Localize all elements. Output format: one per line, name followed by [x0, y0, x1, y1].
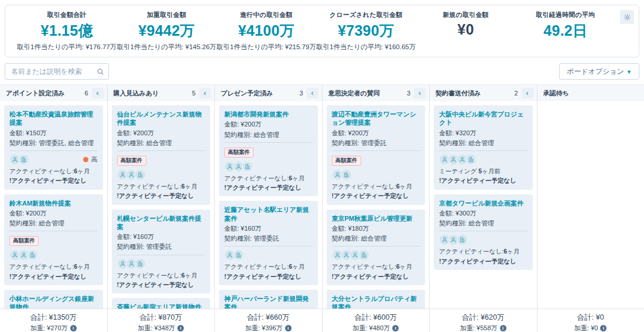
column-body: 仙台ビルメンテナンス新規物件提案 金額: ¥200万 契約種別: 総合管理 高額…	[108, 101, 215, 309]
deal-card[interactable]: 近藤アセット名駅エリア新規案件 金額: ¥160万 契約種別: 管理委託 アクテ…	[219, 201, 318, 285]
info-icon[interactable]: i	[600, 325, 607, 331]
deal-card[interactable]: 渡辺不動産豊洲タワーマンション管理提案 金額: ¥200万 契約種別: 管理委託…	[327, 105, 426, 205]
column-footer: 合計: ¥0 加重: ¥0 i	[537, 309, 644, 332]
metric-label: 取引経過時間の平均	[516, 11, 615, 19]
deal-card[interactable]: 新潟都市開発新規案件 金額: ¥200万 契約種別: 総合管理 高額案件 アクテ…	[219, 105, 318, 196]
deal-title-link[interactable]: 神戸ハーバーランド新規開発案件	[224, 295, 313, 309]
column-collapse-button[interactable]: ‹	[199, 88, 211, 98]
deal-contract-type: 契約種別: 総合管理	[439, 139, 527, 147]
deal-activity-warning: !アクティビティー予定なし	[117, 280, 205, 289]
deal-amount: 金額: ¥160万	[224, 224, 313, 232]
info-icon[interactable]: i	[285, 325, 292, 331]
company-icon[interactable]	[18, 154, 29, 165]
column-footer: 合計: ¥660万 加重: ¥396万 i	[215, 309, 322, 332]
card-divider	[332, 246, 420, 247]
metrics-settings-button[interactable]	[620, 10, 634, 24]
chevron-down-icon: ▼	[626, 69, 632, 75]
metric-value: ¥7390万	[316, 21, 416, 40]
associations-row	[332, 249, 420, 261]
deal-card[interactable]: 東京PM秋葉原ビル管理更新 金額: ¥180万 契約種別: 総合管理 アクティビ…	[327, 210, 426, 285]
deal-card[interactable]: 松本不動産投資温泉旅館管理提案 金額: ¥150万 契約種別: 管理委託, 総合…	[4, 105, 103, 190]
deal-card[interactable]: 斎藤ビル新宿エリア新規物件提案 金額: ¥150万 契約種別: 管理委託 アクテ…	[112, 298, 211, 309]
associations-row	[439, 154, 527, 165]
column-header: アポイント設定済み 6 ‹	[0, 85, 107, 101]
board-options-button[interactable]: ボードオプション▼	[559, 63, 639, 80]
company-icon[interactable]	[135, 258, 146, 269]
column-collapse-button[interactable]: ‹	[522, 88, 533, 98]
deal-card[interactable]: 神戸ハーバーランド新規開発案件 金額: ¥300万 契約種別: 総合管理 アクテ…	[219, 290, 318, 309]
deal-activity-warning: !アクティビティー予定なし	[117, 191, 205, 200]
metric-sub-label: 取引1件当たりの平均: ¥145.26万	[117, 43, 216, 52]
deal-title-link[interactable]: 大分セントラルプロパティ新規案件	[332, 295, 420, 309]
column-count: 2	[514, 90, 518, 97]
column-count: 3	[299, 90, 303, 97]
column-body: 松本不動産投資温泉旅館管理提案 金額: ¥150万 契約種別: 管理委託, 総合…	[0, 101, 107, 309]
info-icon[interactable]: i	[70, 325, 77, 331]
company-icon[interactable]	[465, 154, 477, 165]
column-weighted: 加重: ¥480万 i	[323, 324, 430, 332]
metric-value: 49.2日	[516, 21, 615, 40]
company-icon[interactable]	[242, 161, 253, 172]
board-toolbar: ボードオプション▼	[5, 63, 639, 80]
metric-sub-label	[516, 43, 615, 51]
company-icon[interactable]	[358, 249, 369, 261]
deal-title-link[interactable]: 小林ホールディングス銀座新規物件	[9, 295, 98, 309]
company-icon[interactable]	[233, 249, 244, 261]
avatars	[117, 258, 205, 269]
deal-activity-warning: !アクティビティー予定なし	[9, 176, 98, 184]
deal-activity-status: アクティビティーなし:6ヶ月	[117, 182, 205, 190]
deal-card[interactable]: 鈴木AM新規物件提案 金額: ¥200万 契約種別: 総合管理 高額案件 アクテ…	[4, 194, 103, 285]
company-icon[interactable]	[135, 169, 146, 180]
deal-title-link[interactable]: 斎藤ビル新宿エリア新規物件提案	[117, 303, 205, 309]
deal-activity-status: アクティビティーなし:6ヶ月	[332, 182, 420, 190]
metric-sub-label: 取引1件当たりの平均: ¥176.77万	[17, 43, 117, 52]
metric-value: ¥4100万	[217, 21, 316, 40]
deal-card[interactable]: 札幌センタービル新規案件提案 金額: ¥160万 契約種別: 管理委託 アクティ…	[112, 210, 211, 294]
info-icon[interactable]: i	[500, 325, 506, 331]
deal-title-link[interactable]: 渡辺不動産豊洲タワーマンション管理提案	[332, 110, 420, 127]
gear-icon	[624, 13, 631, 21]
metric-sub-label: 取引1件当たりの平均: ¥215.79万	[217, 43, 316, 52]
metric-value: ¥1.15億	[17, 21, 117, 40]
deal-title-link[interactable]: 鈴木AM新規物件提案	[9, 199, 98, 207]
card-divider	[117, 150, 205, 151]
info-icon[interactable]: i	[392, 325, 399, 331]
column-weighted-text: 加重: ¥558万	[460, 324, 498, 332]
column-collapse-button[interactable]: ‹	[307, 88, 318, 98]
board-column: アポイント設定済み 6 ‹ 松本不動産投資温泉旅館管理提案 金額: ¥150万 …	[0, 85, 108, 332]
deal-title-link[interactable]: 京都タワービル新規企画案件	[439, 199, 527, 207]
deal-title-link[interactable]: 仙台ビルメンテナンス新規物件提案	[117, 110, 205, 127]
deal-title-link[interactable]: 新潟都市開発新規案件	[224, 110, 313, 118]
column-body: 大阪中央ビル新今宮プロジェクト 金額: ¥320万 契約種別: 総合管理 ミーテ…	[430, 101, 537, 309]
deal-title-link[interactable]: 松本不動産投資温泉旅館管理提案	[9, 110, 98, 127]
deal-card[interactable]: 仙台ビルメンテナンス新規物件提案 金額: ¥200万 契約種別: 総合管理 高額…	[112, 105, 211, 205]
column-weighted-text: 加重: ¥348万	[138, 324, 175, 332]
deal-title-link[interactable]: 近藤アセット名駅エリア新規案件	[224, 206, 313, 223]
search-input[interactable]	[5, 63, 109, 80]
deal-card[interactable]: 小林ホールディングス銀座新規物件 金額: ¥400万 契約種別: 総合管理 アク…	[4, 290, 103, 309]
associations-row	[224, 249, 313, 261]
company-icon[interactable]	[341, 169, 352, 180]
deal-title-link[interactable]: 札幌センタービル新規案件提案	[117, 214, 205, 231]
deal-activity-status: アクティビティーなし:6ヶ月	[224, 174, 313, 182]
column-collapse-button[interactable]: ‹	[414, 88, 426, 98]
deal-amount: 金額: ¥200万	[224, 120, 313, 128]
deal-title-link[interactable]: 東京PM秋葉原ビル管理更新	[332, 214, 420, 223]
metric: 進行中の取引金額 ¥4100万 取引1件当たりの平均: ¥215.79万	[217, 11, 316, 52]
column-total: 合計: ¥620万	[430, 313, 537, 323]
info-icon[interactable]: i	[177, 325, 184, 331]
deal-card[interactable]: 大分セントラルプロパティ新規案件 金額: ¥220万 契約種別: 総合管理 アク…	[327, 290, 426, 309]
deal-amount: 金額: ¥180万	[332, 224, 420, 232]
company-icon[interactable]	[457, 234, 468, 245]
company-icon[interactable]	[27, 249, 38, 261]
deal-tag: 高額案件	[332, 156, 361, 166]
board-options-label: ボードオプション	[567, 67, 624, 76]
deal-card[interactable]: 京都タワービル新規企画案件 金額: ¥300万 契約種別: 総合管理 アクティビ…	[434, 194, 533, 270]
card-divider	[9, 150, 98, 151]
deal-activity-status: アクティビティーなし:6ヶ月	[332, 262, 420, 271]
column-collapse-button[interactable]: ‹	[92, 88, 104, 98]
deal-card[interactable]: 大阪中央ビル新今宮プロジェクト 金額: ¥320万 契約種別: 総合管理 ミーテ…	[434, 105, 533, 190]
metric-label: クローズされた取引金額	[316, 11, 416, 19]
deal-activity-warning: !アクティビティー予定なし	[439, 257, 527, 265]
deal-title-link[interactable]: 大阪中央ビル新今宮プロジェクト	[439, 110, 527, 127]
